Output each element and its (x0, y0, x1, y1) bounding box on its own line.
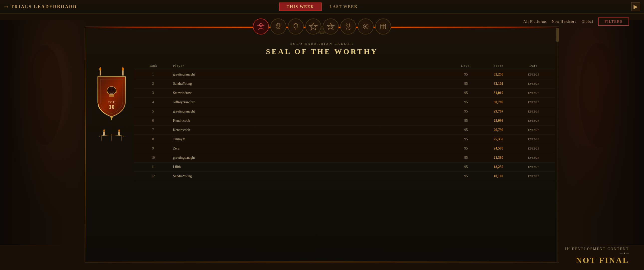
table-row[interactable]: 5 greetingssnaght 95 29,707 12/12/23 (134, 107, 555, 116)
cell-score: 30,789 (481, 100, 516, 104)
cell-date: 12/12/23 (516, 174, 551, 178)
table-row[interactable]: 1 greetingssnaght 95 32,250 12/12/23 (134, 70, 555, 79)
header-date: Date (516, 64, 551, 68)
badge-bottom-decoration (92, 126, 132, 146)
svg-point-4 (279, 25, 280, 26)
top-bar-right: ▶ (631, 2, 640, 11)
cell-player: Kendracobb (168, 128, 451, 132)
table-row[interactable]: 3 Stanwindrow 95 31,019 12/12/23 (134, 88, 555, 98)
table-row[interactable]: 8 JimmyM 95 25,350 12/12/23 (134, 135, 555, 144)
cell-level: 95 (451, 100, 481, 104)
svg-point-12 (330, 25, 332, 27)
scrollbar-track[interactable] (556, 27, 559, 262)
cell-rank: 12 (138, 174, 168, 178)
top10-badge-container: TOP 10 (92, 64, 132, 124)
svg-point-42 (112, 89, 114, 91)
cell-date: 12/12/23 (516, 119, 551, 123)
filter-area: All Platforms Non-Hardcore Global Filter… (524, 18, 629, 26)
cell-player: SandraYoung (168, 82, 451, 86)
svg-point-29 (585, 49, 613, 91)
table-row[interactable]: 11 Lilith 95 18,250 12/12/23 (134, 163, 555, 172)
table-row[interactable]: 7 Kendracobb 95 26,790 12/12/23 (134, 125, 555, 135)
cell-player: Jeffreycrawford (168, 100, 451, 104)
cell-rank: 9 (138, 147, 168, 151)
svg-rect-39 (122, 70, 124, 75)
cell-date: 12/12/23 (516, 165, 551, 169)
this-week-tab[interactable]: THIS WEEK (279, 3, 322, 11)
cell-date: 12/12/23 (516, 109, 551, 113)
class-icon-class6[interactable] (340, 19, 356, 35)
cell-rank: 6 (138, 119, 168, 123)
cell-player: Stanwindrow (168, 91, 451, 95)
last-week-tab[interactable]: LAST WEEK (322, 3, 365, 11)
mode-filter[interactable]: Non-Hardcore (552, 20, 576, 24)
class-icon-class8[interactable] (375, 19, 391, 35)
back-arrow-icon[interactable]: ➞ (4, 4, 8, 10)
table-row[interactable]: 12 SandraYoung 95 10,102 12/12/23 (134, 172, 555, 181)
cell-date: 12/12/23 (516, 91, 551, 95)
ladder-subtitle: SOLO BARBARIAN LADDER (85, 42, 559, 46)
table-row[interactable]: 4 Jeffreycrawford 95 30,789 12/12/23 (134, 98, 555, 107)
svg-text:TOP: TOP (108, 100, 115, 103)
cell-level: 95 (451, 72, 481, 76)
dev-notice-divider: — ✦ — (565, 252, 629, 255)
table-row[interactable]: 10 greetingssnaght 95 21,380 12/12/23 (134, 153, 555, 163)
cell-level: 95 (451, 147, 481, 151)
dev-notice-top-text: IN DEVELOPMENT CONTENT (565, 247, 629, 251)
cell-score: 32,250 (481, 72, 516, 76)
scope-filter[interactable]: Global (581, 20, 593, 24)
table-row[interactable]: 6 Kendracobb 95 28,098 12/12/23 (134, 116, 555, 125)
svg-marker-11 (309, 23, 317, 30)
week-tabs: THIS WEEK LAST WEEK (279, 3, 365, 11)
cell-rank: 11 (138, 165, 168, 169)
panel-content: SOLO BARBARIAN LADDER SEAL OF THE WORTHY (85, 27, 559, 262)
filters-button[interactable]: Filters (598, 18, 629, 26)
table-row[interactable]: 9 Zera 95 24,570 12/12/23 (134, 144, 555, 153)
cell-level: 95 (451, 109, 481, 113)
cell-date: 12/12/23 (516, 137, 551, 141)
cell-player: greetingssnaght (168, 109, 451, 113)
platform-filter[interactable]: All Platforms (524, 20, 547, 24)
table-body[interactable]: 1 greetingssnaght 95 32,250 12/12/23 2 S… (134, 70, 555, 255)
page-title: TRIALS LEADERBOARD (11, 4, 77, 10)
cell-score: 26,790 (481, 128, 516, 132)
table-row[interactable]: 2 SandraYoung 95 32,102 12/12/23 (134, 79, 555, 88)
cell-date: 12/12/23 (516, 72, 551, 76)
svg-rect-48 (118, 132, 120, 136)
cell-score: 25,350 (481, 137, 516, 141)
exit-icon[interactable]: ▶ (631, 2, 640, 11)
cell-level: 95 (451, 119, 481, 123)
svg-rect-19 (381, 24, 386, 29)
cell-rank: 2 (138, 82, 168, 86)
class-icon-barbarian[interactable] (253, 19, 269, 35)
cell-level: 95 (451, 156, 481, 160)
cell-rank: 7 (138, 128, 168, 132)
header-rank: Rank (138, 64, 168, 68)
svg-rect-47 (103, 132, 105, 136)
scrollbar-thumb[interactable] (556, 27, 559, 42)
cell-player: greetingssnaght (168, 72, 451, 76)
class-icon-sorcerer[interactable] (305, 19, 321, 35)
cell-rank: 5 (138, 109, 168, 113)
class-icon-rogue[interactable] (323, 19, 339, 35)
svg-rect-38 (100, 70, 101, 75)
svg-point-0 (259, 24, 262, 27)
svg-point-26 (32, 50, 58, 90)
cell-rank: 4 (138, 100, 168, 104)
class-icon-necromancer[interactable] (270, 19, 286, 35)
cell-score: 18,250 (481, 165, 516, 169)
cell-date: 12/12/23 (516, 100, 551, 104)
cell-score: 24,570 (481, 147, 516, 151)
svg-point-8 (294, 24, 298, 28)
svg-text:10: 10 (108, 103, 114, 110)
class-icon-druid[interactable] (288, 19, 304, 35)
cell-score: 29,707 (481, 109, 516, 113)
cell-player: Lilith (168, 165, 451, 169)
table-area: Rank Player Level Score Date 1 greetings… (134, 62, 555, 257)
class-icon-class7[interactable] (358, 19, 374, 35)
svg-point-18 (365, 26, 366, 27)
cell-level: 95 (451, 137, 481, 141)
header-player: Player (168, 64, 451, 68)
cell-player: Kendracobb (168, 119, 451, 123)
cell-rank: 3 (138, 91, 168, 95)
